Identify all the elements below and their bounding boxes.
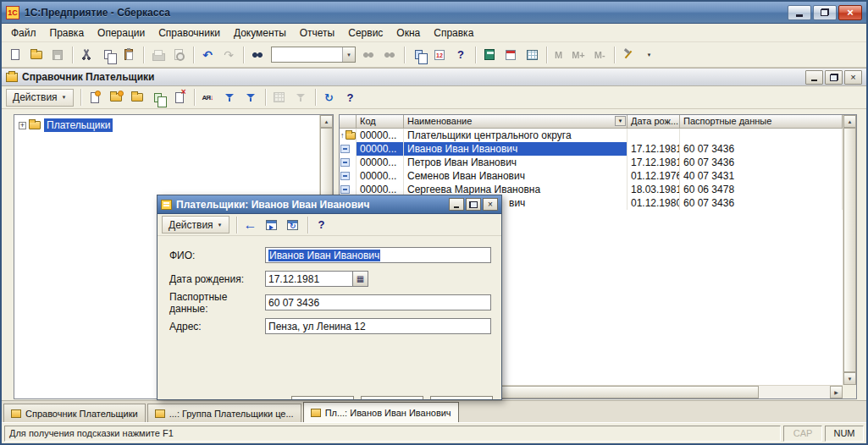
list-vertical-scrollbar[interactable]: ▲ ▼ [843,115,856,385]
reread-button[interactable] [283,215,303,234]
filter-button[interactable] [240,88,261,107]
table-editor-button[interactable] [522,45,542,64]
scroll-up-icon[interactable]: ▲ [320,115,333,128]
menu-item-documents[interactable]: Документы [227,25,293,41]
reread-icon [287,220,298,230]
field-label-passport: Паспортные данные: [169,291,265,315]
menu-item-references[interactable]: Справочники [152,25,227,41]
menu-item-edit[interactable]: Правка [43,25,91,41]
fio-input[interactable]: Иванов Иван Иванович [265,247,491,263]
menu-item-windows[interactable]: Окна [390,25,427,41]
help-button[interactable] [312,215,332,234]
find-button[interactable] [247,45,268,64]
settings-button[interactable] [618,45,639,64]
go-back-button[interactable] [240,215,261,234]
write-button[interactable]: Записать [361,396,423,400]
child-minimize-button[interactable] [805,70,823,85]
scroll-right-icon[interactable]: ▶ [830,386,843,398]
scrollbar-track[interactable] [759,386,830,398]
list-actions-button[interactable]: Действия▼ [6,89,74,107]
menu-item-reports[interactable]: Отчеты [293,25,341,41]
minimize-button[interactable] [788,5,811,20]
window-tab-item[interactable]: Пл...: Иванов Иван Иванович [303,402,459,422]
toolbar-separator [404,47,405,63]
calendar-picker-button[interactable]: ▦ [353,271,368,287]
list-row[interactable]: 00000...Иванов Иван Иванович17.12.198160… [340,142,843,156]
child-window-controls: × [805,70,862,85]
sort-button[interactable] [198,88,218,107]
new-item-button[interactable] [85,88,105,107]
field-row-passport: Паспортные данные:60 07 3436 [169,294,491,310]
search-combo-field[interactable] [272,47,342,62]
settings-icon [622,49,634,60]
birthdate-value: 17.12.1981 [268,273,319,285]
redo-button [218,45,239,64]
tree-node-payers[interactable]: + Плательщики [19,118,113,132]
insert-date-button[interactable] [429,45,450,64]
copy-to-buffer-button[interactable] [408,45,428,64]
close-button[interactable]: Закрыть [430,396,493,400]
ok-button[interactable]: ОК [291,396,354,400]
delete-item-button[interactable] [169,88,190,107]
child-restore-button[interactable] [825,70,843,85]
go-to-list-button[interactable] [262,215,282,234]
dialog-minimize-button[interactable] [449,198,464,211]
calendar-button[interactable] [500,45,521,64]
dialog-maximize-button[interactable] [466,198,481,211]
paste-button[interactable] [119,45,139,64]
column-header-name[interactable]: Наименование▼ [404,115,628,129]
scroll-down-icon[interactable]: ▼ [843,372,856,385]
menu-item-file[interactable]: Файл [4,25,43,41]
birthdate-input[interactable]: 17.12.1981 [265,271,353,287]
scroll-up-icon[interactable]: ▲ [843,115,856,128]
dialog-close-button[interactable]: × [483,198,498,211]
address-input[interactable]: Пенза, ул Ленина 12 [265,318,491,334]
child-window-title: Справочник Плательщики [22,71,801,83]
column-sort-dropdown-icon[interactable]: ▼ [615,116,626,126]
combo-dropdown-icon[interactable]: ▼ [342,47,355,62]
edit-item-icon [131,93,143,102]
edit-item-button[interactable] [127,88,147,107]
print-icon [152,50,163,60]
child-close-button[interactable]: × [844,70,862,85]
undo-button[interactable] [197,45,218,64]
scrollbar-thumb[interactable] [843,128,856,372]
copy-button[interactable] [97,45,118,64]
search-combo[interactable]: ▼ [271,47,356,63]
toolbar-options-button[interactable] [639,45,660,64]
menu-item-help[interactable]: Справка [427,25,480,41]
help-button[interactable] [340,88,361,107]
menu-item-operations[interactable]: Операции [91,25,152,41]
list-row[interactable]: 00000...Семенов Иван Иванович01.12.19764… [340,169,843,183]
column-header-passport[interactable]: Паспортные данные [680,115,843,129]
dob-cell: 18.03.1981 [628,183,680,196]
column-header-dob[interactable]: Дата рож... [628,115,680,129]
status-bar: Для получения подсказки нажмите F1 CAP N… [2,422,866,443]
refresh-button[interactable] [319,88,340,107]
list-row[interactable]: 00000...Петров Иван Иванович17.12.198160… [340,156,843,169]
list-row[interactable]: ↑00000...Плательщики центрального округа [340,129,843,142]
open-button[interactable] [26,45,47,64]
dialog-actions-button[interactable]: Действия▼ [162,216,229,233]
column-header-code[interactable]: Код [357,115,404,129]
new-group-button[interactable] [106,88,126,107]
restore-button[interactable] [813,5,837,20]
quick-filter-button[interactable] [219,88,240,107]
copy-item-button[interactable] [148,88,169,107]
dob-cell: 01.12.1980 [628,196,680,210]
calculator-button[interactable] [479,45,500,64]
close-button[interactable]: × [838,5,862,20]
menu-item-service[interactable]: Сервис [341,25,390,41]
reference-book-icon [6,73,18,82]
help-icon [347,91,354,104]
window-tab-list[interactable]: Справочник Плательщики [3,404,146,422]
passport-input[interactable]: 60 07 3436 [265,294,491,310]
window-tab-group[interactable]: ...: Группа Плательщики це... [147,404,301,422]
field-label-address: Адрес: [169,321,265,332]
expand-icon[interactable]: + [19,122,26,129]
context-help-button[interactable] [451,45,471,64]
toolbar-separator [265,89,266,106]
new-button[interactable] [5,45,25,64]
folder-icon [29,121,41,129]
cut-button[interactable] [76,45,97,64]
